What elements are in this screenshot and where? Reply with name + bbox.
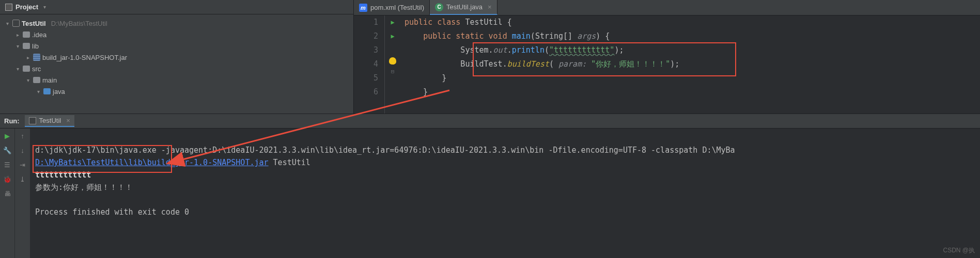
tree-node-jar[interactable]: ▸ build_jar-1.0-SNAPSHOT.jar bbox=[0, 52, 353, 63]
node-label: TestUtil bbox=[22, 20, 46, 27]
tree-node-idea[interactable]: ▸ .idea bbox=[0, 29, 353, 40]
folder-icon bbox=[23, 43, 30, 49]
layout-icon[interactable]: ☰ bbox=[3, 160, 11, 169]
print-icon[interactable]: 🖶 bbox=[3, 189, 11, 198]
line-number: 3 bbox=[354, 43, 378, 57]
close-icon[interactable]: × bbox=[66, 117, 70, 124]
node-label: lib bbox=[32, 42, 39, 50]
scroll-end-icon[interactable]: ⤓ bbox=[19, 175, 27, 183]
soft-wrap-icon[interactable]: ⇥ bbox=[19, 160, 27, 169]
chevron-down-icon[interactable]: ▾ bbox=[25, 77, 31, 83]
tree-node-java[interactable]: ▾ java bbox=[0, 86, 353, 97]
console-exit-line: Process finished with exit code 0 bbox=[35, 207, 189, 217]
node-label: main bbox=[42, 76, 57, 84]
tab-pom[interactable]: m pom.xml (TestUtil) bbox=[354, 0, 430, 15]
chevron-down-icon[interactable]: ▾ bbox=[14, 66, 21, 72]
line-number: 1 bbox=[354, 15, 378, 29]
run-config-icon bbox=[29, 117, 36, 124]
tree-node-lib[interactable]: ▾ lib bbox=[0, 40, 353, 52]
run-label: Run: bbox=[4, 117, 20, 125]
rerun-icon[interactable]: ▶ bbox=[3, 132, 11, 140]
project-view-icon bbox=[5, 4, 12, 11]
java-class-icon: C bbox=[435, 3, 443, 11]
console-output-line: 参数为:你好，师姐！！！！ bbox=[35, 183, 133, 192]
line-number: 6 bbox=[354, 85, 378, 99]
tree-root[interactable]: ▾ TestUtil D:\MyBatis\TestUtil bbox=[0, 18, 353, 29]
console-output-line: tttttttttttt bbox=[35, 170, 91, 180]
run-tool-window: Run: TestUtil × ▶ 🔧 ☰ 🐞 🖶 ↑ ↓ ⇥ ⤓ d:\jdk… bbox=[0, 114, 980, 258]
node-label: build_jar-1.0-SNAPSHOT.jar bbox=[42, 54, 127, 61]
run-gutter-icon[interactable]: ▶ bbox=[391, 29, 394, 43]
project-tree: ▾ TestUtil D:\MyBatis\TestUtil ▸ .idea ▾… bbox=[0, 14, 353, 100]
run-tab-label: TestUtil bbox=[39, 117, 61, 124]
line-number: 5 bbox=[354, 71, 378, 85]
line-number: 4 bbox=[354, 57, 378, 71]
editor-tab-bar: m pom.xml (TestUtil) C TestUtil.java × bbox=[354, 0, 980, 15]
node-label: java bbox=[53, 88, 65, 95]
chevron-right-icon[interactable]: ▸ bbox=[14, 31, 21, 38]
chevron-down-icon[interactable]: ▾ bbox=[41, 4, 48, 10]
intention-bulb-icon[interactable] bbox=[389, 57, 396, 64]
run-toolbar-1: ▶ 🔧 ☰ 🐞 🖶 bbox=[0, 128, 14, 258]
code-content[interactable]: public class TestUtil { public static vo… bbox=[400, 15, 980, 114]
tab-testutil[interactable]: C TestUtil.java × bbox=[430, 0, 497, 15]
line-number: 2 bbox=[354, 29, 378, 43]
project-panel: Project ▾ ▾ TestUtil D:\MyBatis\TestUtil… bbox=[0, 0, 354, 114]
run-header: Run: TestUtil × bbox=[0, 114, 980, 128]
chevron-down-icon[interactable]: ▾ bbox=[4, 20, 10, 26]
down-arrow-icon[interactable]: ↓ bbox=[19, 146, 27, 154]
node-label: src bbox=[32, 65, 41, 73]
tab-label: pom.xml (TestUtil) bbox=[370, 4, 424, 11]
line-number-gutter: 1 2 3 4 5 6 bbox=[354, 15, 385, 114]
tab-label: TestUtil.java bbox=[446, 3, 483, 11]
chevron-right-icon[interactable]: ▸ bbox=[25, 54, 31, 60]
tree-node-main[interactable]: ▾ main bbox=[0, 74, 353, 86]
editor-area: m pom.xml (TestUtil) C TestUtil.java × 1… bbox=[354, 0, 980, 114]
maven-icon: m bbox=[359, 4, 367, 12]
watermark: CSDN @执 bbox=[943, 246, 975, 255]
module-icon bbox=[12, 20, 20, 27]
folder-icon bbox=[33, 77, 40, 83]
console-output[interactable]: d:\jdk\jdk-17\bin\java.exe -javaagent:D:… bbox=[30, 128, 980, 258]
tree-node-src[interactable]: ▾ src bbox=[0, 63, 353, 74]
source-folder-icon bbox=[43, 88, 51, 94]
folder-icon bbox=[23, 31, 30, 38]
chevron-down-icon[interactable]: ▾ bbox=[14, 43, 21, 49]
up-arrow-icon[interactable]: ↑ bbox=[19, 132, 27, 140]
close-icon[interactable]: × bbox=[488, 3, 492, 11]
bug-icon[interactable]: 🐞 bbox=[3, 175, 11, 183]
chevron-down-icon[interactable]: ▾ bbox=[35, 88, 41, 94]
code-editor[interactable]: 1 2 3 4 5 6 ▶ ▶ ⊟ public class TestUtil … bbox=[354, 15, 980, 114]
run-gutter-icon[interactable]: ▶ bbox=[391, 15, 394, 29]
node-path: D:\MyBatis\TestUtil bbox=[51, 20, 107, 27]
console-link[interactable]: D:\MyBatis\TestUtil\lib\build_jar-1.0-SN… bbox=[35, 158, 269, 167]
wrench-icon[interactable]: 🔧 bbox=[3, 146, 11, 154]
project-title: Project bbox=[15, 3, 38, 11]
console-line: d:\jdk\jdk-17\bin\java.exe -javaagent:D:… bbox=[35, 146, 735, 155]
jar-icon bbox=[33, 54, 40, 61]
fold-icon[interactable]: ⊟ bbox=[391, 64, 395, 78]
run-config-tab[interactable]: TestUtil × bbox=[25, 115, 74, 127]
run-toolbar-2: ↑ ↓ ⇥ ⤓ bbox=[14, 128, 30, 258]
project-header[interactable]: Project ▾ bbox=[0, 0, 353, 14]
node-label: .idea bbox=[32, 31, 46, 39]
folder-icon bbox=[23, 66, 30, 72]
gutter-icons: ▶ ▶ ⊟ bbox=[385, 15, 400, 114]
console-text: TestUtil bbox=[269, 158, 310, 167]
